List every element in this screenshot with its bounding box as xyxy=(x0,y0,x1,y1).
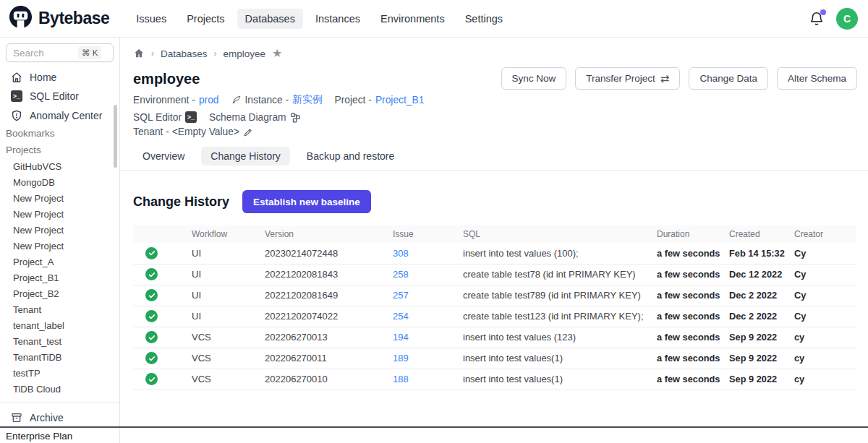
table-row[interactable]: VCS 202206270011 189 insert into test va… xyxy=(133,348,856,369)
sidebar-project-item[interactable]: New Project xyxy=(0,222,119,238)
table-row[interactable]: UI 20221202081843 258 create table test7… xyxy=(133,264,856,285)
workflow-cell: VCS xyxy=(189,348,262,369)
nav-item[interactable]: Environments xyxy=(373,9,453,29)
sql-editor-shortcut[interactable]: SQL Editor >_ xyxy=(133,111,197,123)
creator-cell: cy xyxy=(791,369,856,390)
table-row[interactable]: VCS 202206270010 188 insert into test va… xyxy=(133,369,856,390)
sidebar-project-item[interactable]: Tenant xyxy=(0,301,119,317)
issue-link[interactable]: 308 xyxy=(393,248,409,259)
table-row[interactable]: VCS 202206270013 194 insert into test va… xyxy=(133,327,856,348)
sql-cell: create table test123 (id int PRIMARY KEY… xyxy=(460,306,654,327)
page-title: employee xyxy=(133,71,501,87)
action-button[interactable]: Sync Now xyxy=(501,67,567,90)
action-button[interactable]: Change Data xyxy=(689,67,768,90)
version-cell: 202206270013 xyxy=(262,327,390,348)
breadcrumb-databases[interactable]: Databases xyxy=(161,48,208,59)
action-button[interactable]: Transfer Project⇄ xyxy=(575,67,680,90)
duration-cell: a few seconds xyxy=(654,243,726,264)
sidebar-item-archive[interactable]: Archive xyxy=(0,408,119,428)
bytebase-logo[interactable]: Bytebase xyxy=(9,5,109,32)
sidebar-project-item[interactable]: TiDB Cloud xyxy=(0,381,119,397)
action-button[interactable]: Alter Schema xyxy=(777,67,857,90)
table-row[interactable]: UI 20230214072448 308 insert into test v… xyxy=(133,243,856,264)
plan-label[interactable]: Enterprise Plan xyxy=(0,428,119,443)
version-cell: 20221202074022 xyxy=(262,306,390,327)
issue-link[interactable]: 258 xyxy=(393,269,409,280)
sql-cell: insert into test values (123) xyxy=(460,327,654,348)
nav-item[interactable]: Settings xyxy=(457,9,511,29)
environment-link[interactable]: prod xyxy=(199,95,219,106)
notification-dot xyxy=(820,9,826,15)
sql-cell: insert into test values (100); xyxy=(460,243,654,264)
sql-cell: create table test789 (id int PRIMARY KEY… xyxy=(460,285,654,306)
version-cell: 202206270010 xyxy=(262,369,390,390)
success-check-icon xyxy=(145,373,158,385)
nav-item[interactable]: Projects xyxy=(179,9,232,29)
project-link[interactable]: Project_B1 xyxy=(375,95,425,106)
duration-cell: a few seconds xyxy=(654,285,726,306)
table-row[interactable]: UI 20221202074022 254 create table test1… xyxy=(133,306,856,327)
tab[interactable]: Backup and restore xyxy=(297,147,404,165)
search-input[interactable] xyxy=(13,48,75,59)
topbar-right: C xyxy=(809,8,858,30)
sidebar-project-item[interactable]: New Project xyxy=(0,190,119,206)
issue-link[interactable]: 188 xyxy=(393,374,409,384)
home-icon[interactable] xyxy=(133,48,145,59)
breadcrumb-employee[interactable]: employee xyxy=(224,48,266,59)
nav-item[interactable]: Issues xyxy=(128,9,174,29)
sidebar-item-anomaly-center[interactable]: Anomaly Center xyxy=(0,106,119,125)
database-engine-icon xyxy=(231,95,242,105)
establish-baseline-button[interactable]: Establish new baseline xyxy=(242,190,371,213)
schema-diagram-shortcut[interactable]: Schema Diagram xyxy=(209,112,301,123)
issue-link[interactable]: 254 xyxy=(393,311,409,322)
sidebar-project-item[interactable]: tenant_label xyxy=(0,317,119,333)
sidebar-project-item[interactable]: New Project xyxy=(0,206,119,222)
sidebar-project-item[interactable]: Tenant_test xyxy=(0,333,119,349)
column-header: Creator xyxy=(791,225,856,243)
environment-group: Environment - prod xyxy=(133,95,219,106)
sidebar-project-item[interactable]: testTP xyxy=(0,365,119,381)
issue-link[interactable]: 257 xyxy=(393,290,409,301)
issue-link[interactable]: 194 xyxy=(393,332,409,343)
creator-cell: Cy xyxy=(791,264,856,285)
swap-arrows-icon: ⇄ xyxy=(660,72,670,85)
notifications-button[interactable] xyxy=(809,11,825,27)
sidebar-project-item[interactable]: MongoDB xyxy=(0,174,119,190)
sidebar-section-projects[interactable]: Projects xyxy=(0,142,119,158)
workflow-cell: UI xyxy=(189,264,262,285)
change-history-head: Change History Establish new baseline xyxy=(133,190,857,213)
status-cell xyxy=(133,285,189,306)
sidebar-item-sql-editor[interactable]: >_ SQL Editor xyxy=(0,87,119,106)
sidebar-project-item[interactable]: Project_B1 xyxy=(0,270,119,285)
bytebase-logo-icon xyxy=(9,5,33,32)
sql-cell: insert into test values(1) xyxy=(460,369,654,390)
created-cell: Sep 9 2022 xyxy=(726,348,791,369)
sidebar-project-item[interactable]: GitHubVCS xyxy=(0,158,119,174)
column-header: Issue xyxy=(390,225,460,243)
tab[interactable]: Change History xyxy=(201,147,290,165)
search-shortcut-badge: ⌘ K xyxy=(78,46,101,59)
sidebar-scrollbar[interactable] xyxy=(114,105,117,168)
database-meta-row-1: Environment - prod Instance - 新实例 Projec… xyxy=(133,93,501,123)
created-cell: Dec 2 2022 xyxy=(726,306,791,327)
nav-item[interactable]: Databases xyxy=(237,9,303,29)
user-avatar[interactable]: C xyxy=(836,8,858,30)
column-header: Duration xyxy=(654,225,726,243)
bookmark-star-icon[interactable]: ★ xyxy=(272,48,282,59)
edit-pencil-icon[interactable] xyxy=(243,127,253,137)
breadcrumb-separator: › xyxy=(151,48,154,59)
sidebar-project-item[interactable]: Project_A xyxy=(0,254,119,270)
table-row[interactable]: UI 20221202081649 257 create table test7… xyxy=(133,285,856,306)
workflow-cell: UI xyxy=(189,285,262,306)
instance-link[interactable]: 新实例 xyxy=(292,93,322,106)
nav-item[interactable]: Instances xyxy=(307,9,368,29)
sql-editor-label: SQL Editor xyxy=(133,112,182,123)
sidebar-section-bookmarks[interactable]: Bookmarks xyxy=(0,125,119,142)
issue-link[interactable]: 189 xyxy=(393,353,409,364)
sidebar-project-item[interactable]: New Project xyxy=(0,238,119,254)
sidebar-item-home[interactable]: Home xyxy=(0,68,119,87)
search-box[interactable]: ⌘ K xyxy=(6,43,114,62)
sidebar-project-item[interactable]: TenantTiDB xyxy=(0,349,119,365)
tab[interactable]: Overview xyxy=(133,147,194,165)
sidebar-project-item[interactable]: Project_B2 xyxy=(0,285,119,301)
